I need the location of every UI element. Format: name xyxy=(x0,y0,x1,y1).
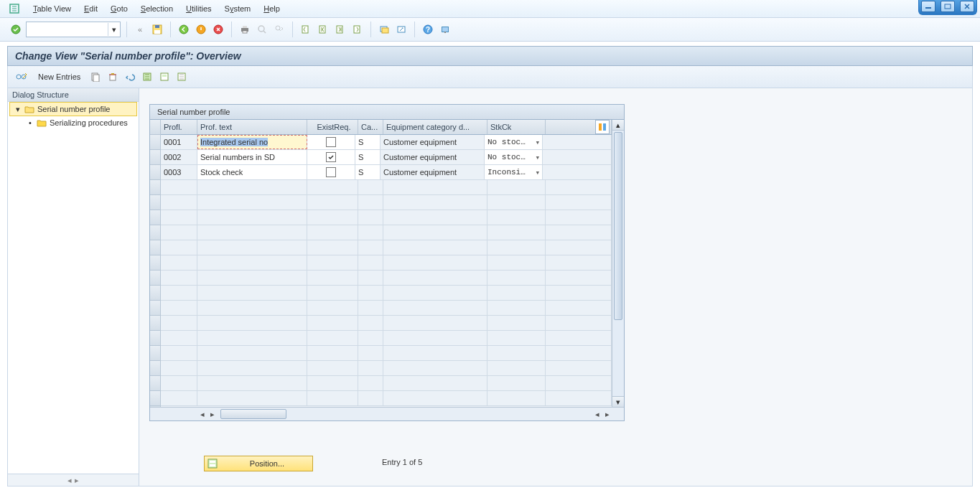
tree-hscroll[interactable]: ◂ ▸ xyxy=(8,474,139,486)
row-selector[interactable] xyxy=(150,150,160,165)
exit-icon[interactable] xyxy=(194,22,208,37)
table-row[interactable] xyxy=(161,271,612,286)
back-double-icon[interactable]: « xyxy=(133,22,147,37)
row-selector[interactable] xyxy=(150,391,160,406)
back-icon[interactable] xyxy=(177,22,191,37)
menu-help[interactable]: Help xyxy=(263,4,280,13)
col-header-cat[interactable]: Ca... xyxy=(358,120,383,134)
menu-system[interactable]: System xyxy=(225,4,251,13)
row-selector[interactable] xyxy=(150,376,160,391)
table-row[interactable] xyxy=(161,286,612,301)
dropdown-icon[interactable]: ▾ xyxy=(535,138,540,147)
row-selector[interactable] xyxy=(150,286,160,301)
undo-icon[interactable] xyxy=(123,70,136,84)
vscroll[interactable]: ▴ ▾ xyxy=(612,120,624,407)
hscroll-left-icon[interactable]: ◂ xyxy=(197,409,207,419)
cell-prof-text[interactable]: Integrated serial no xyxy=(197,135,307,149)
col-header-stkck[interactable]: StkCk xyxy=(487,120,546,134)
cell-cat[interactable]: S xyxy=(355,150,381,164)
print-icon[interactable] xyxy=(238,22,252,37)
find-next-icon[interactable] xyxy=(272,22,286,37)
cell-stkck[interactable]: No stoc…▾ xyxy=(485,150,543,164)
menu-goto[interactable]: Goto xyxy=(111,4,128,13)
scroll-thumb[interactable] xyxy=(614,132,622,320)
toggle-change-icon[interactable] xyxy=(14,70,29,84)
row-selector[interactable] xyxy=(150,210,160,225)
table-row[interactable]: 0002Serial numbers in SDSCustomer equipm… xyxy=(161,150,612,165)
hscroll-left2-icon[interactable]: ◂ xyxy=(592,409,602,419)
new-session-icon[interactable] xyxy=(377,22,391,37)
copy-icon[interactable] xyxy=(89,70,102,84)
tree-item-serial-number-profile[interactable]: ▾ Serial number profile xyxy=(9,102,137,116)
menu-edit[interactable]: Edit xyxy=(84,4,98,13)
collapse-icon[interactable]: ▾ xyxy=(14,105,22,114)
row-selector[interactable] xyxy=(150,271,160,286)
hscroll-right-icon[interactable]: ▸ xyxy=(207,409,218,419)
enter-icon[interactable] xyxy=(9,22,23,37)
deselect-all-icon[interactable] xyxy=(175,70,188,84)
table-settings-icon[interactable] xyxy=(595,120,610,134)
cell-prof-text[interactable]: Stock check xyxy=(197,165,307,179)
row-selector[interactable] xyxy=(150,135,160,150)
select-all-icon[interactable] xyxy=(141,70,154,84)
scroll-down-icon[interactable]: ▾ xyxy=(612,396,624,407)
cell-existreq[interactable] xyxy=(307,135,355,149)
menu-utilities[interactable]: Utilities xyxy=(186,4,211,13)
layout-icon[interactable] xyxy=(438,22,452,37)
maximize-button[interactable] xyxy=(941,1,955,12)
cancel-icon[interactable] xyxy=(211,22,225,37)
col-header-text[interactable]: Prof. text xyxy=(197,120,307,134)
menu-table-view[interactable]: Table View xyxy=(33,4,71,13)
cell-cat[interactable]: S xyxy=(355,165,381,179)
select-block-icon[interactable] xyxy=(158,70,171,84)
first-page-icon[interactable] xyxy=(299,22,313,37)
row-selector-header[interactable] xyxy=(150,120,160,135)
save-icon[interactable] xyxy=(150,22,164,37)
table-row[interactable] xyxy=(161,376,612,391)
shortcut-icon[interactable] xyxy=(394,22,409,37)
hscroll[interactable]: ◂ ▸ ◂ ▸ xyxy=(150,407,624,420)
row-selector[interactable] xyxy=(150,195,160,210)
table-row[interactable] xyxy=(161,195,612,210)
next-page-icon[interactable] xyxy=(333,22,347,37)
cell-cat[interactable]: S xyxy=(355,135,381,149)
table-row[interactable] xyxy=(161,255,612,271)
minimize-button[interactable] xyxy=(921,1,935,12)
dropdown-icon[interactable]: ▾ xyxy=(535,168,540,177)
table-row[interactable] xyxy=(161,210,612,225)
tree-item-serializing-procedures[interactable]: • Serializing procedures xyxy=(8,116,139,129)
table-row[interactable] xyxy=(161,316,612,331)
row-selector[interactable] xyxy=(150,240,160,255)
table-row[interactable] xyxy=(161,225,612,240)
row-selector[interactable] xyxy=(150,180,160,195)
row-selector[interactable] xyxy=(150,225,160,240)
app-menu-icon[interactable] xyxy=(9,3,20,14)
table-row[interactable]: 0001Integrated serial noSCustomer equipm… xyxy=(161,135,612,150)
table-row[interactable] xyxy=(161,391,612,406)
table-row[interactable] xyxy=(161,361,612,376)
col-header-profl[interactable]: Profl. xyxy=(161,120,197,134)
row-selector[interactable] xyxy=(150,165,160,180)
row-selector[interactable] xyxy=(150,331,160,346)
table-row[interactable] xyxy=(161,301,612,316)
row-selector[interactable] xyxy=(150,255,160,271)
prev-page-icon[interactable] xyxy=(316,22,330,37)
row-selector[interactable] xyxy=(150,316,160,331)
scroll-up-icon[interactable]: ▴ xyxy=(612,120,624,131)
table-row[interactable] xyxy=(161,240,612,255)
cell-existreq[interactable] xyxy=(307,165,355,179)
help-icon[interactable]: ? xyxy=(421,22,435,37)
cell-existreq[interactable] xyxy=(307,150,355,164)
last-page-icon[interactable] xyxy=(350,22,365,37)
new-entries-button[interactable]: New Entries xyxy=(34,70,85,84)
cell-prof-text[interactable]: Serial numbers in SD xyxy=(197,150,307,164)
cell-stkck[interactable]: Inconsi…▾ xyxy=(485,165,543,179)
table-row[interactable]: 0003Stock checkSCustomer equipmentIncons… xyxy=(161,165,612,180)
checkbox-icon[interactable] xyxy=(326,152,336,162)
checkbox-icon[interactable] xyxy=(326,137,336,147)
hscroll-thumb[interactable] xyxy=(220,409,286,419)
command-dropdown-icon[interactable]: ▾ xyxy=(108,23,120,36)
close-button[interactable] xyxy=(960,1,974,12)
table-row[interactable] xyxy=(161,346,612,361)
col-header-existreq[interactable]: ExistReq. xyxy=(307,120,358,134)
